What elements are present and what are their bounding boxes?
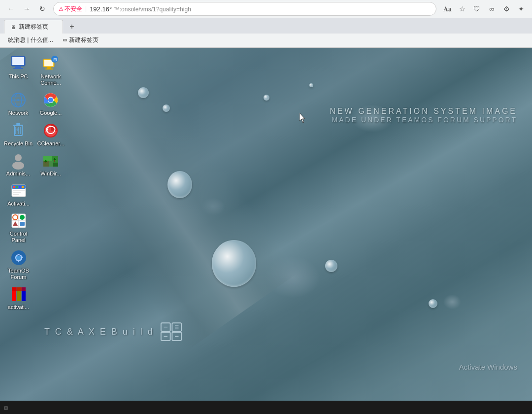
brand-icon — [160, 322, 182, 342]
waterdrop-5 — [429, 299, 437, 308]
svg-rect-33 — [53, 163, 58, 167]
brand-logo: T C & A X E B u i l d — [44, 322, 182, 342]
waterdrop-large — [212, 240, 256, 287]
icon-row-5: Activati... — [2, 180, 66, 209]
tab-favicon: 🖥 — [10, 24, 16, 30]
administrator-label: Adminis... — [6, 171, 30, 177]
back-button[interactable]: ← — [4, 2, 18, 16]
svg-rect-1 — [12, 57, 24, 65]
reload-button[interactable]: ↻ — [35, 2, 49, 16]
svg-rect-35 — [45, 162, 46, 163]
forward-button[interactable]: → — [20, 2, 33, 16]
extensions-btn[interactable]: ✦ — [514, 2, 528, 16]
svg-rect-67 — [12, 287, 26, 291]
activation-label: Activati... — [7, 201, 30, 207]
icon-row-2: Network Google... — [2, 89, 66, 118]
icon-teamos-forum[interactable]: TeamOS Forum — [2, 247, 34, 282]
icon-row-4: Adminis... — [2, 150, 66, 179]
address-bar[interactable]: ⚠ 不安全 | 192.16° ™:onsole/vms/1?quality=h… — [53, 2, 436, 16]
recycle-bin-icon — [9, 122, 27, 139]
waterdrop-6 — [264, 95, 269, 101]
tab-bar: 🖥 新建标签页 + — [0, 18, 532, 34]
control-panel-label: Control Panel — [3, 231, 33, 243]
taskbar-label: ⊞ — [0, 405, 8, 411]
waterdrop-4 — [325, 260, 337, 272]
svg-rect-42 — [19, 186, 21, 188]
bookmark-xiaohongshu[interactable]: 统消息 | 什么值... — [4, 35, 57, 45]
svg-rect-43 — [22, 186, 24, 188]
icon-control-panel[interactable]: Control Panel — [2, 210, 34, 245]
desktop-icons-area: This PC ⊞ Network Conne... — [0, 48, 69, 401]
icon-activati-bottom[interactable]: activati... — [2, 283, 34, 312]
icon-administrator[interactable]: Adminis... — [2, 150, 34, 179]
watermark-line2: MADE UNDER TEAMOS FORUM SUPPORT — [330, 116, 517, 124]
svg-text:⊞: ⊞ — [53, 57, 57, 62]
icon-recycle-bin[interactable]: Recycle Bin — [2, 120, 34, 149]
icon-ccleaner[interactable]: CCleaner... — [35, 120, 66, 149]
windirstat-label: WinDir... — [40, 171, 61, 177]
icon-row-6: Control Panel — [2, 210, 66, 245]
security-icon: ⚠ 不安全 — [59, 5, 82, 13]
activate-line1: Activate Windows — [459, 363, 517, 371]
tab-label: 新建标签页 — [19, 23, 48, 31]
watermark-line1: NEW GENERATION SYSTEM IMAGE — [330, 107, 517, 116]
ccleaner-label: CCleaner... — [37, 140, 64, 147]
activate-windows-watermark: Activate Windows — [459, 363, 517, 371]
favorites-btn[interactable]: ☆ — [455, 2, 469, 16]
icon-network[interactable]: Network — [2, 89, 34, 118]
new-tab-button[interactable]: + — [65, 20, 79, 34]
svg-rect-2 — [15, 66, 21, 68]
icon-row-8: activati... — [2, 283, 66, 312]
recycle-bin-label: Recycle Bin — [4, 140, 33, 147]
address-text: 192.16° ™:onsole/vms/1?quality=high — [90, 5, 431, 13]
svg-rect-37 — [54, 160, 55, 162]
this-pc-label: This PC — [8, 73, 28, 80]
control-panel-icon — [10, 212, 28, 230]
shield-btn[interactable]: 🛡 — [470, 2, 484, 16]
svg-rect-21 — [16, 123, 20, 125]
svg-point-27 — [12, 162, 24, 170]
url-display: 192.16° — [90, 5, 112, 13]
icon-row-7: TeamOS Forum — [2, 247, 66, 282]
browser-chrome: ← → ↻ ⚠ 不安全 | 192.16° ™:onsole/vms/1?qua… — [0, 0, 532, 48]
svg-line-62 — [20, 255, 21, 255]
taskbar-strip: ⊞ — [0, 401, 532, 414]
reader-mode-btn[interactable]: 𝐀𝐚 — [440, 2, 454, 16]
svg-line-61 — [20, 259, 21, 260]
svg-point-26 — [15, 154, 22, 161]
waterdrop-3 — [167, 171, 192, 198]
teamos-forum-label: TeamOS Forum — [3, 268, 33, 280]
activation-icon — [10, 182, 28, 200]
svg-rect-41 — [16, 186, 18, 188]
svg-point-18 — [48, 98, 53, 103]
browser-toolbar: ← → ↻ ⚠ 不安全 | 192.16° ™:onsole/vms/1?qua… — [0, 0, 532, 18]
vm-desktop: This PC ⊞ Network Conne... — [0, 48, 532, 401]
svg-line-63 — [16, 259, 16, 260]
svg-point-51 — [20, 215, 25, 220]
svg-rect-20 — [13, 125, 23, 126]
collections-btn[interactable]: ∞ — [485, 2, 499, 16]
overlay — [0, 48, 532, 401]
icon-windirstat[interactable]: WinDir... — [35, 150, 66, 179]
ccleaner-icon — [42, 122, 60, 139]
administrator-icon — [9, 152, 27, 170]
svg-rect-29 — [43, 156, 52, 161]
icon-this-pc[interactable]: This PC — [2, 53, 34, 88]
bookmark-new-tab[interactable]: ∞ 新建标签页 — [59, 35, 102, 45]
svg-rect-7 — [45, 69, 53, 69]
svg-rect-40 — [13, 186, 15, 188]
icon-google-chrome[interactable]: Google... — [35, 89, 66, 118]
svg-rect-3 — [13, 68, 23, 69]
bookmarks-bar: 统消息 | 什么值... ∞ 新建标签页 — [0, 34, 532, 47]
tab-item[interactable]: 🖥 新建标签页 — [4, 20, 63, 34]
chrome-icon — [42, 91, 60, 109]
browser-actions: 𝐀𝐚 ☆ 🛡 ∞ ⚙ ✦ — [440, 2, 528, 16]
network-label: Network — [8, 110, 28, 116]
url-path: ™:onsole/vms/1?quality=high — [114, 6, 191, 13]
waterdrop-2 — [163, 104, 170, 112]
icon-activation-tool[interactable]: Activati... — [2, 180, 34, 209]
settings-btn[interactable]: ⚙ — [499, 2, 513, 16]
svg-rect-6 — [47, 67, 51, 69]
icon-network-connections[interactable]: ⊞ Network Conne... — [35, 53, 66, 88]
brand-text: T C & A X E B u i l d — [44, 327, 154, 337]
